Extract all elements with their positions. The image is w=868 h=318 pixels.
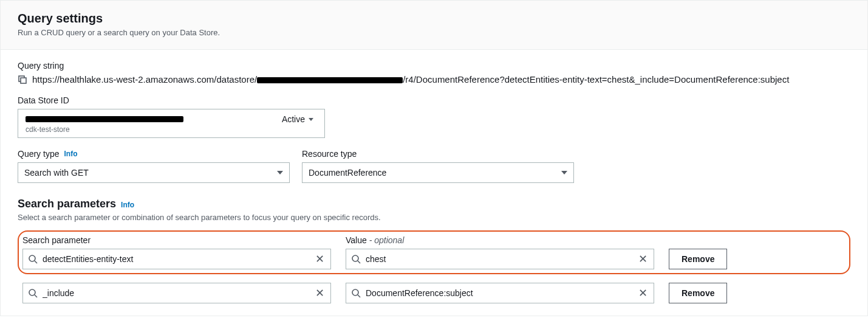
resource-type-value: DocumentReference xyxy=(309,168,386,178)
search-param-row: ✕ ✕ Remove xyxy=(18,278,850,308)
clear-icon[interactable]: ✕ xyxy=(314,288,326,299)
search-parameters-title: Search parameters xyxy=(18,198,116,210)
chevron-down-icon xyxy=(561,171,567,175)
search-value-field[interactable] xyxy=(366,254,632,264)
query-settings-panel: Query settings Run a CRUD query or a sea… xyxy=(0,0,868,316)
panel-title: Query settings xyxy=(18,12,850,26)
svg-line-5 xyxy=(358,261,360,263)
search-value-input[interactable]: ✕ xyxy=(346,249,654,269)
search-param-col-label: Search parameter xyxy=(22,235,331,245)
query-type-select[interactable]: Search with GET xyxy=(18,162,290,183)
query-string-label: Query string xyxy=(18,61,850,71)
svg-rect-1 xyxy=(21,78,26,83)
search-value-optional: - optional xyxy=(369,235,405,245)
search-value-input[interactable]: ✕ xyxy=(346,283,654,303)
search-param-field[interactable] xyxy=(43,254,309,264)
clear-icon[interactable]: ✕ xyxy=(314,254,326,264)
search-value-col-label: Value xyxy=(346,235,367,245)
query-type-value: Search with GET xyxy=(24,168,89,178)
remove-button[interactable]: Remove xyxy=(669,249,727,269)
panel-subtitle: Run a CRUD query or a search query on yo… xyxy=(18,28,850,37)
svg-point-8 xyxy=(352,289,358,296)
chevron-down-icon xyxy=(277,171,283,175)
search-parameters-desc: Select a search parameter or combination… xyxy=(18,213,850,222)
resource-type-label: Resource type xyxy=(302,149,357,159)
search-icon xyxy=(351,288,361,298)
search-param-row: Search parameter ✕ Value - optional xyxy=(18,230,850,274)
svg-line-9 xyxy=(358,295,360,297)
query-string-row: https://healthlake.us-west-2.amazonaws.c… xyxy=(18,74,850,85)
svg-point-6 xyxy=(29,289,35,296)
data-store-alias: cdk-test-store xyxy=(26,125,317,134)
chevron-down-icon xyxy=(309,118,313,121)
resource-type-select[interactable]: DocumentReference xyxy=(302,162,574,183)
search-icon xyxy=(28,254,38,264)
redacted-datastore-id-value xyxy=(26,116,183,122)
data-store-id-label: Data Store ID xyxy=(18,95,850,105)
query-type-info-link[interactable]: Info xyxy=(64,150,77,158)
search-value-field[interactable] xyxy=(366,288,632,298)
search-icon xyxy=(351,254,361,264)
search-param-input[interactable]: ✕ xyxy=(22,249,331,269)
svg-point-4 xyxy=(352,255,358,261)
redacted-datastore-id xyxy=(257,77,403,83)
remove-button[interactable]: Remove xyxy=(669,283,727,303)
data-store-select[interactable]: Active cdk-test-store xyxy=(18,109,325,138)
query-type-label: Query type xyxy=(18,149,59,159)
panel-header: Query settings Run a CRUD query or a sea… xyxy=(1,1,867,50)
search-parameters-info-link[interactable]: Info xyxy=(121,201,134,209)
search-icon xyxy=(28,288,38,298)
search-param-field[interactable] xyxy=(43,288,309,298)
svg-line-3 xyxy=(35,261,37,263)
search-param-input[interactable]: ✕ xyxy=(22,283,331,303)
copy-icon[interactable] xyxy=(18,75,27,85)
svg-point-2 xyxy=(29,255,35,261)
svg-line-7 xyxy=(35,295,37,297)
query-string-url: https://healthlake.us-west-2.amazonaws.c… xyxy=(32,74,789,85)
clear-icon[interactable]: ✕ xyxy=(637,288,649,299)
data-store-status: Active xyxy=(282,114,313,124)
clear-icon[interactable]: ✕ xyxy=(637,254,649,264)
